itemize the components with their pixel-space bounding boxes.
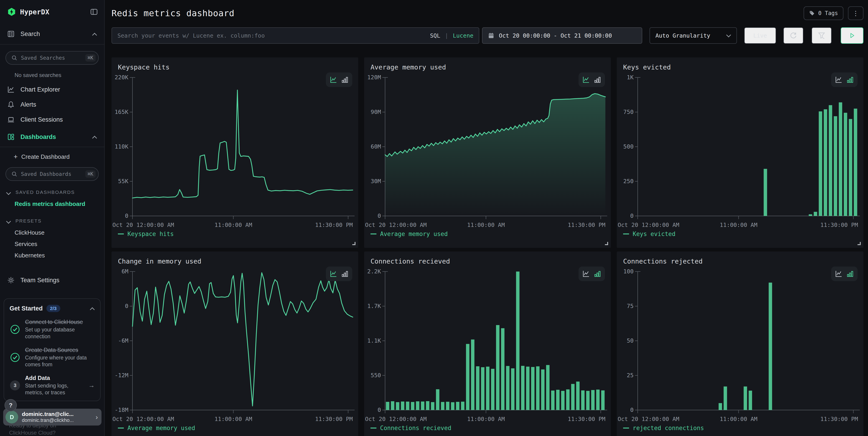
collapse-sidebar-icon[interactable] (90, 8, 98, 16)
svg-text:11:30:00 PM: 11:30:00 PM (820, 222, 858, 228)
line-chart-icon[interactable] (835, 270, 842, 278)
step-number-badge: 3 (10, 380, 20, 390)
sidebar-item-alerts[interactable]: Alerts (0, 97, 104, 112)
date-range-input[interactable]: Oct 20 00:00:00 - Oct 21 00:00:00 (482, 27, 642, 44)
preset-label: Kubernetes (14, 252, 45, 259)
chart-plot[interactable]: 1007550250Oct 20 12:00:00 AM11:00:00 AM1… (617, 252, 863, 436)
saved-dashboards-input[interactable]: Saved Dashboards ⌘K (5, 167, 99, 181)
line-chart-icon[interactable] (582, 270, 590, 278)
line-chart-icon[interactable] (835, 76, 842, 83)
chart-plot[interactable]: 1K7505002500Oct 20 12:00:00 AM11:00:00 A… (617, 57, 863, 248)
chevron-up-icon[interactable] (92, 32, 97, 36)
line-chart-icon[interactable] (330, 270, 337, 278)
kebab-icon: ⋮ (852, 9, 859, 17)
sidebar-item-redis-dashboard[interactable]: Redis metrics dashboard (0, 198, 104, 210)
user-email: dominic.tran@clickho... (22, 417, 92, 423)
run-query-button[interactable] (841, 27, 863, 44)
svg-text:-6M: -6M (118, 337, 128, 344)
user-profile-button[interactable]: D dominic.tran@clic... dominic.tran@clic… (3, 409, 101, 426)
get-started-step-sources[interactable]: Create Data Sources Configure where your… (9, 347, 95, 368)
chart-plot[interactable]: 6M0-6M-12M-18MOct 20 12:00:00 AM11:00:00… (112, 252, 358, 436)
app-root: HyperDX Search Saved Searches ⌘K No save… (0, 0, 868, 436)
svg-text:11:00:00 AM: 11:00:00 AM (467, 222, 505, 228)
chart-plot[interactable]: 220K165K110K55K0Oct 20 12:00:00 AM11:00:… (112, 57, 358, 248)
svg-text:55K: 55K (118, 178, 128, 184)
toolbar: Search your events w/ Lucene ex. column:… (112, 27, 863, 44)
resize-handle[interactable] (352, 242, 355, 245)
svg-text:2.2K: 2.2K (367, 268, 381, 275)
line-chart-icon[interactable] (582, 76, 590, 83)
help-button[interactable]: ? (5, 399, 17, 411)
sidebar-item-search[interactable]: Search (0, 24, 104, 45)
get-started-card: Get Started 2/3 Connect to ClickHouse Se… (4, 298, 101, 401)
bar-chart-icon[interactable] (341, 270, 348, 278)
saved-searches-input[interactable]: Saved Searches ⌘K (5, 51, 99, 65)
bar-chart-icon[interactable] (846, 76, 854, 83)
saved-searches-placeholder: Saved Searches (21, 55, 82, 61)
chart-type-toggle (326, 72, 352, 87)
granularity-select[interactable]: Auto Granularity (650, 27, 737, 44)
bar-chart-icon[interactable] (594, 76, 601, 83)
legend-swatch (623, 233, 629, 234)
get-started-step-add-data[interactable]: 3 Add Data Start sending logs, metrics, … (9, 375, 95, 396)
sidebar-item-chart-explorer[interactable]: Chart Explorer (0, 82, 104, 97)
svg-text:100: 100 (623, 268, 633, 275)
sidebar-item-team-settings[interactable]: Team Settings (0, 272, 104, 288)
check-circle-icon (9, 347, 21, 368)
dashboard-link-label: Redis metrics dashboard (14, 200, 85, 207)
sql-toggle[interactable]: SQL (430, 32, 440, 39)
tags-label: 0 Tags (818, 10, 838, 17)
refresh-button[interactable] (783, 27, 803, 44)
tags-button[interactable]: 0 Tags (804, 6, 843, 20)
svg-text:Oct 20 12:00:00 AM: Oct 20 12:00:00 AM (618, 222, 679, 228)
main-content: Redis metrics dashboard 0 Tags ⋮ Search … (105, 0, 868, 436)
svg-text:0: 0 (125, 303, 128, 309)
chart-plot[interactable]: 120M90M60M30M0Oct 20 12:00:00 AM11:00:00… (364, 57, 611, 248)
chevron-right-icon: › (96, 413, 98, 421)
live-label: Live (753, 32, 767, 39)
sidebar-item-kubernetes[interactable]: Kubernetes (0, 250, 104, 261)
search-input[interactable]: Search your events w/ Lucene ex. column:… (112, 27, 479, 44)
create-dashboard-button[interactable]: + Create Dashboard (0, 149, 104, 165)
svg-text:0: 0 (125, 212, 128, 219)
saved-dashboards-group-header[interactable]: SAVED DASHBOARDS (0, 186, 104, 198)
resize-handle[interactable] (605, 242, 608, 245)
chart-type-toggle (831, 266, 858, 281)
chevron-up-icon[interactable] (90, 306, 95, 311)
lucene-toggle[interactable]: Lucene (453, 32, 473, 39)
shortcut-badge: ⌘K (85, 170, 96, 178)
sidebar-item-client-sessions[interactable]: Client Sessions (0, 112, 104, 127)
filter-button[interactable] (811, 27, 832, 44)
bar-chart-icon[interactable] (594, 270, 601, 278)
laptop-icon (7, 116, 14, 123)
search-placeholder: Search your events w/ Lucene ex. column:… (118, 32, 425, 39)
dashboard-menu-button[interactable]: ⋮ (848, 6, 863, 20)
chart-plot[interactable]: 2.2K1.7K1.1K5500Oct 20 12:00:00 AM11:00:… (364, 252, 611, 436)
sidebar-item-clickhouse[interactable]: ClickHouse (0, 227, 104, 238)
presets-group-header[interactable]: PRESETS (0, 215, 104, 227)
sidebar-item-label: Dashboards (21, 134, 56, 141)
bar-chart-icon[interactable] (341, 76, 348, 83)
svg-text:11:30:00 PM: 11:30:00 PM (315, 222, 353, 228)
line-chart-icon[interactable] (330, 76, 337, 83)
legend-label: Connections recieved (380, 425, 451, 431)
svg-text:0: 0 (377, 212, 381, 219)
svg-text:Oct 20 12:00:00 AM: Oct 20 12:00:00 AM (113, 416, 174, 422)
legend-label: rejected connections (633, 425, 704, 431)
sidebar-item-services[interactable]: Services (0, 238, 104, 250)
live-button[interactable]: Live (744, 27, 776, 44)
question-mark-icon: ? (9, 402, 12, 409)
get-started-step-connect[interactable]: Connect to ClickHouse Set up your databa… (9, 318, 95, 340)
chart-tile-memory-change: Change in memory used 6M0-6M-12M-18MOct … (112, 252, 358, 436)
chart-type-toggle (831, 72, 858, 87)
chart-legend: Average memory used (371, 231, 448, 237)
sidebar-item-dashboards[interactable]: Dashboards (0, 127, 104, 147)
chart-legend: Keyspace hits (118, 231, 174, 237)
chevron-up-icon[interactable] (92, 135, 97, 139)
progress-badge: 2/3 (46, 305, 60, 312)
chart-legend: rejected connections (623, 425, 704, 431)
bar-chart-icon[interactable] (846, 270, 854, 278)
chevron-down-icon (6, 190, 11, 195)
svg-text:90M: 90M (371, 109, 381, 115)
resize-handle[interactable] (858, 242, 861, 245)
